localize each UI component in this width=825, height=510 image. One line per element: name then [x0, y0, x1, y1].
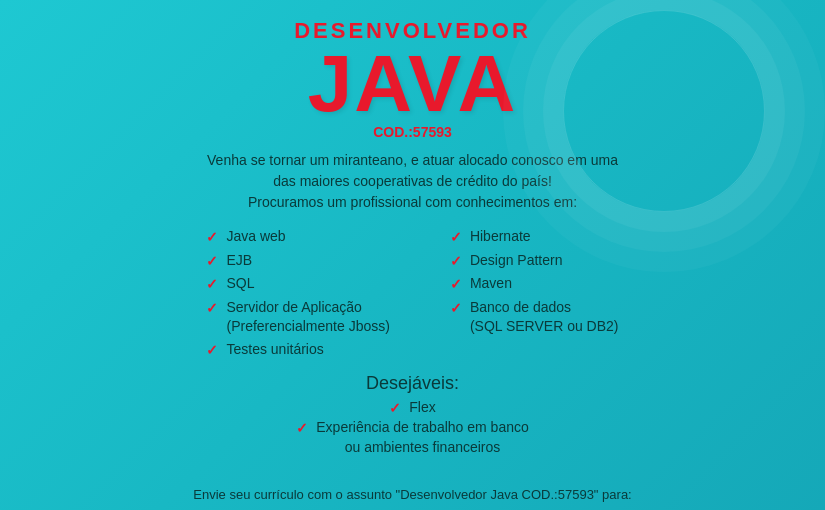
intro-line2: das maiores cooperativas de crédito do p… — [273, 173, 552, 189]
skill-banco: ✓ Banco de dados(SQL SERVER ou DB2) — [450, 298, 619, 337]
check-icon: ✓ — [206, 341, 218, 361]
skill-sql-label: SQL — [226, 274, 254, 294]
bottom-text: Envie seu currículo com o assunto "Desen… — [0, 487, 825, 502]
skill-sql: ✓ SQL — [206, 274, 389, 295]
intro-text: Venha se tornar um miranteano, e atuar a… — [207, 150, 618, 213]
desejavel-flex: ✓ Flex — [296, 398, 528, 419]
check-icon: ✓ — [206, 275, 218, 295]
desejáveis-section: Desejáveis: ✓ Flex ✓ Experiência de trab… — [296, 373, 528, 458]
desejavel-experiencia-label: Experiência de trabalho em bancoou ambie… — [316, 418, 528, 457]
skill-design-pattern: ✓ Design Pattern — [450, 251, 619, 272]
background: DESENVOLVEDOR JAVA COD.:57593 Venha se t… — [0, 0, 825, 510]
skill-maven: ✓ Maven — [450, 274, 619, 295]
desejavel-flex-label: Flex — [409, 398, 435, 418]
skill-servidor-label: Servidor de Aplicação(Preferencialmente … — [226, 298, 389, 337]
check-icon: ✓ — [450, 252, 462, 272]
skill-java-web: ✓ Java web — [206, 227, 389, 248]
desejavel-experiencia: ✓ Experiência de trabalho em bancoou amb… — [296, 418, 528, 457]
skill-hibernate: ✓ Hibernate — [450, 227, 619, 248]
check-icon: ✓ — [450, 275, 462, 295]
skill-maven-label: Maven — [470, 274, 512, 294]
skill-java-web-label: Java web — [226, 227, 285, 247]
check-icon: ✓ — [206, 252, 218, 272]
skill-testes: ✓ Testes unitários — [206, 340, 389, 361]
check-icon: ✓ — [450, 299, 462, 319]
skill-hibernate-label: Hibernate — [470, 227, 531, 247]
java-title: JAVA — [294, 44, 531, 124]
skill-ejb: ✓ EJB — [206, 251, 389, 272]
check-icon: ✓ — [296, 419, 308, 439]
check-icon: ✓ — [206, 228, 218, 248]
skills-right-col: ✓ Hibernate ✓ Design Pattern ✓ Maven ✓ B… — [450, 227, 619, 361]
skill-banco-label: Banco de dados(SQL SERVER ou DB2) — [470, 298, 619, 337]
intro-line3: Procuramos um profissional com conhecime… — [248, 194, 577, 210]
skills-section: ✓ Java web ✓ EJB ✓ SQL ✓ Servidor de Apl… — [40, 227, 785, 361]
desejáveis-title: Desejáveis: — [296, 373, 528, 394]
skill-servidor: ✓ Servidor de Aplicação(Preferencialment… — [206, 298, 389, 337]
check-icon: ✓ — [450, 228, 462, 248]
skill-design-pattern-label: Design Pattern — [470, 251, 563, 271]
check-icon: ✓ — [206, 299, 218, 319]
skills-left-col: ✓ Java web ✓ EJB ✓ SQL ✓ Servidor de Apl… — [206, 227, 389, 361]
header-section: DESENVOLVEDOR JAVA COD.:57593 — [294, 18, 531, 146]
intro-line1: Venha se tornar um miranteano, e atuar a… — [207, 152, 618, 168]
skill-ejb-label: EJB — [226, 251, 252, 271]
skill-testes-label: Testes unitários — [226, 340, 323, 360]
check-icon: ✓ — [389, 399, 401, 419]
